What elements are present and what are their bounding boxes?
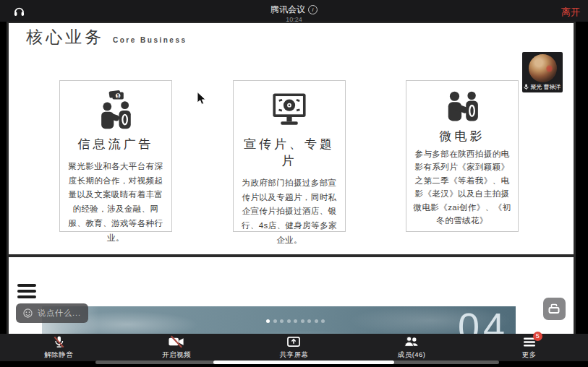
- participant-name: 聚光 曹禄洋: [530, 83, 561, 91]
- business-card-micro-film: 微电影 参与多部在陕西拍摄的电影有系列片《家到颖颖》之第二季《等着我》、电影《老…: [406, 80, 519, 232]
- card-title: 信息流广告: [78, 137, 154, 153]
- carousel-dot: [266, 319, 270, 323]
- carousel-dot: [315, 319, 318, 323]
- card-body: 参与多部在陕西拍摄的电影有系列片《家到颖颖》之第二季《等着我》、电影《老汉》以及…: [412, 147, 513, 227]
- bottom-strip: [0, 361, 588, 367]
- share-screen-button[interactable]: 共享屏幕: [235, 334, 353, 361]
- slide-heading-zh: 核心业务: [26, 26, 104, 48]
- handshake-icon: [442, 90, 482, 126]
- more-notification-badge: 5: [533, 332, 542, 341]
- carousel-dot: [280, 319, 284, 323]
- tool-label: 共享屏幕: [279, 350, 308, 360]
- tool-label: 解除静音: [44, 350, 73, 360]
- participant-avatar: [529, 54, 557, 82]
- handshake-money-icon: $: [95, 90, 137, 130]
- card-body: 聚光影业和各大平台有深度长期的合作，对视频起量以及文案吸睛有着丰富的经验，涉及金…: [65, 160, 166, 246]
- leave-meeting-button[interactable]: 离开: [561, 6, 580, 19]
- carousel-dots: [266, 319, 325, 323]
- microphone-muted-icon: [51, 336, 67, 348]
- meeting-title: 腾讯会议: [270, 5, 305, 14]
- shared-screen-content: 核心业务 Core Business $ 信息流广告: [7, 22, 576, 335]
- meeting-toolbar: 解除静音 开启视频 共享屏幕: [0, 334, 588, 361]
- carousel-dot: [294, 319, 297, 323]
- card-title: 微电影: [440, 129, 485, 145]
- monitor-camera-icon: [268, 90, 310, 130]
- slide-heading-en: Core Business: [113, 36, 187, 44]
- meeting-info-icon[interactable]: i: [308, 5, 318, 14]
- slide-heading: 核心业务 Core Business: [26, 26, 187, 48]
- more-lines-icon: 5: [523, 336, 536, 348]
- smiley-icon: [23, 308, 33, 318]
- tool-label: 更多: [522, 350, 537, 360]
- meeting-time: 10:24: [0, 17, 588, 23]
- floating-window-icon: [547, 303, 561, 315]
- start-video-button[interactable]: 开启视频: [118, 334, 236, 361]
- participant-video-thumbnail[interactable]: 聚光 曹禄洋: [522, 52, 563, 92]
- business-card-promo-films: 宣传片、专题片 为政府部门拍摄过多部宣传片以及专题片，同时私企宣传片拍摄过酒店、…: [233, 80, 346, 232]
- more-button[interactable]: 5 更多: [470, 334, 588, 361]
- home-indicator-bar: [213, 360, 394, 364]
- slide-section-divider: [9, 254, 574, 257]
- camera-off-icon: [168, 336, 185, 348]
- slide-page-number: 04: [458, 306, 508, 335]
- card-title: 宣传片、专题片: [239, 137, 340, 170]
- hero-carousel-image: 04: [42, 306, 516, 335]
- business-card-feed-ads: $ 信息流广告 聚光影业和各大平台有深度长期的合作，对视频起量以及文案吸睛有着丰…: [59, 80, 172, 232]
- unmute-button[interactable]: 解除静音: [0, 334, 118, 361]
- carousel-dot: [307, 319, 311, 323]
- meeting-top-bar: 腾讯会议 i 10:24 离开: [0, 0, 588, 22]
- carousel-dot: [321, 319, 325, 323]
- microphone-icon: [524, 84, 529, 90]
- chat-placeholder: 说点什么...: [38, 308, 81, 319]
- layout-switch-button[interactable]: [543, 298, 566, 320]
- carousel-dot: [301, 319, 304, 323]
- carousel-dot: [273, 319, 277, 323]
- share-screen-icon: [286, 336, 301, 348]
- site-menu-icon: [17, 284, 36, 301]
- tool-label: 开启视频: [162, 350, 191, 360]
- tencent-meeting-app: 腾讯会议 i 10:24 离开 核心业务 Core Business $: [0, 0, 588, 367]
- card-body: 为政府部门拍摄过多部宣传片以及专题片，同时私企宣传片拍摄过酒店、银行、4s店、健…: [239, 176, 340, 248]
- members-icon: [403, 336, 420, 348]
- members-button[interactable]: 成员(46): [353, 334, 471, 361]
- chat-input-bubble[interactable]: 说点什么...: [16, 303, 88, 323]
- carousel-dot: [287, 319, 291, 323]
- tool-label: 成员(46): [398, 350, 426, 360]
- svg-text:$: $: [116, 93, 119, 99]
